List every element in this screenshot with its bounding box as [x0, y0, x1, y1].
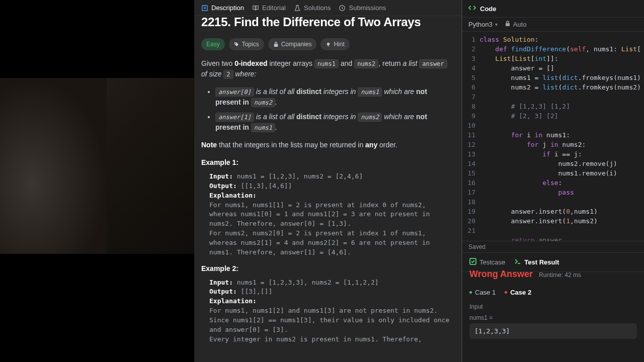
- tab-label: Solutions: [304, 4, 331, 12]
- tab-label: Description: [211, 4, 244, 12]
- example-2-block: Input: nums1 = [1,2,3,3], nums2 = [1,1,2…: [201, 278, 454, 344]
- test-result-tab[interactable]: Test Result: [514, 258, 559, 266]
- case-tabs: Case 1 Case 2: [469, 284, 637, 303]
- line-gutter: 12 3456789101112131415161718192021: [462, 32, 479, 241]
- problem-title: 2215. Find the Difference of Two Arrays: [201, 16, 454, 31]
- nums1-value[interactable]: [1,2,3,3]: [469, 323, 637, 339]
- chevron-down-icon: ▾: [495, 22, 498, 27]
- input-section-label: Input: [469, 303, 637, 310]
- tab-description[interactable]: Description: [201, 4, 244, 12]
- bullet-item: answer[1] is a list of all distinct inte…: [215, 112, 454, 133]
- difficulty-badge: Easy: [201, 38, 225, 50]
- hint-tag[interactable]: Hint: [320, 38, 349, 50]
- book-icon: [252, 5, 259, 12]
- bulb-icon: [326, 42, 331, 47]
- clock-icon: [339, 5, 346, 12]
- case-label: Case 1: [475, 289, 496, 296]
- code-icon: [468, 4, 476, 13]
- tab-label: Testcase: [479, 258, 505, 266]
- example-1-heading: Example 1:: [201, 157, 454, 168]
- check-icon: [469, 258, 476, 266]
- left-sidebar: [0, 0, 194, 362]
- status-dot-icon: [505, 291, 507, 294]
- example-2-heading: Example 2:: [201, 263, 454, 274]
- flask-icon: [294, 5, 301, 12]
- svg-rect-7: [328, 45, 329, 46]
- tab-label: Submissions: [349, 4, 386, 12]
- testcase-tab[interactable]: Testcase: [469, 258, 505, 266]
- code-header-label: Code: [480, 5, 497, 13]
- language-selector[interactable]: Python3 ▾: [468, 21, 498, 28]
- result-panel: Wrong Answer Runtime: 42 ms Case 1 Case …: [462, 272, 644, 344]
- svg-point-4: [235, 42, 236, 43]
- status-text: Wrong Answer: [469, 269, 533, 280]
- companies-tag[interactable]: Companies: [268, 38, 317, 50]
- code-toolbar: Python3 ▾ Auto: [462, 18, 644, 32]
- topics-tag[interactable]: Topics: [229, 38, 264, 50]
- svg-point-6: [327, 42, 330, 45]
- tab-label: Editorial: [262, 4, 286, 12]
- case-1-tab[interactable]: Case 1: [469, 289, 496, 296]
- tab-editorial[interactable]: Editorial: [252, 4, 286, 12]
- description-icon: [201, 5, 208, 12]
- svg-rect-5: [274, 44, 278, 47]
- lock-icon: [505, 21, 511, 28]
- problem-tabs: Description Editorial Solutions Submissi…: [194, 0, 461, 16]
- svg-rect-0: [202, 5, 208, 11]
- language-label: Python3: [468, 21, 493, 28]
- lock-icon: [273, 42, 279, 47]
- code-panel: Code Python3 ▾ Auto 12 34567891011121314…: [462, 0, 644, 362]
- problem-note: Note that the integers in the lists may …: [201, 140, 454, 150]
- problem-body: 2215. Find the Difference of Two Arrays …: [194, 16, 461, 362]
- problem-bullets: answer[0] is a list of all distinct inte…: [201, 86, 454, 133]
- bullet-item: answer[0] is a list of all distinct inte…: [215, 86, 454, 108]
- terminal-icon: [514, 258, 521, 266]
- problem-tags: Easy Topics Companies Hint: [201, 38, 454, 50]
- code-content[interactable]: class Solution: def findDifference(self,…: [479, 32, 641, 241]
- svg-rect-8: [506, 23, 510, 26]
- example-1-block: Input: nums1 = [1,2,3], nums2 = [2,4,6] …: [201, 172, 454, 257]
- tab-solutions[interactable]: Solutions: [294, 4, 331, 12]
- tag-icon: [234, 42, 239, 47]
- auto-label: Auto: [513, 21, 527, 28]
- problem-panel: Description Editorial Solutions Submissi…: [194, 0, 462, 362]
- tab-label: Test Result: [524, 258, 559, 266]
- runtime-text: Runtime: 42 ms: [539, 272, 581, 279]
- saved-indicator: Saved: [462, 241, 644, 252]
- nums1-label: nums1 =: [469, 314, 637, 321]
- tab-submissions[interactable]: Submissions: [339, 4, 386, 12]
- webcam-feed: [0, 78, 194, 254]
- code-header: Code: [462, 0, 644, 18]
- problem-intro: Given two 0-indexed integer arrays nums1…: [201, 58, 454, 79]
- code-editor[interactable]: 12 3456789101112131415161718192021 class…: [462, 32, 644, 241]
- auto-toggle[interactable]: Auto: [505, 21, 527, 28]
- case-label: Case 2: [510, 289, 531, 296]
- result-status: Wrong Answer Runtime: 42 ms: [469, 268, 637, 284]
- case-2-tab[interactable]: Case 2: [505, 289, 531, 296]
- status-dot-icon: [469, 291, 472, 294]
